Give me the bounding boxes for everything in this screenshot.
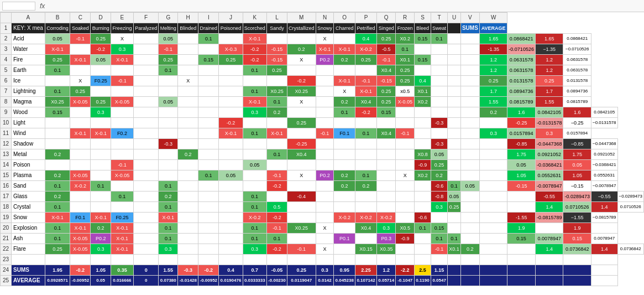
cell-r18-c17[interactable]	[396, 202, 415, 213]
cell-r8-c10[interactable]: X-0.1	[243, 97, 266, 107]
cell-r25-c1[interactable]: 0.0928571	[45, 276, 70, 286]
cell-r12-c11[interactable]	[267, 139, 287, 149]
cell-r16-c6[interactable]: 0.1	[159, 181, 178, 192]
cell-r3-c6[interactable]: -0.1	[159, 44, 178, 55]
cell-r15-c4[interactable]: X-0.05	[111, 170, 133, 181]
cell-r25-c5[interactable]: 0	[133, 276, 159, 286]
cell-r2-c2[interactable]: -0.1	[70, 34, 91, 44]
cell-r5-c8[interactable]	[198, 65, 219, 76]
cell-r2-c22[interactable]: 1.65	[479, 34, 507, 44]
cell-r11-c12[interactable]	[287, 128, 316, 139]
cell-r17-c14[interactable]	[334, 192, 355, 202]
cell-r15-c6[interactable]	[159, 170, 178, 181]
cell-r19-c17[interactable]	[396, 213, 415, 223]
cell-r16-c18[interactable]	[415, 181, 431, 192]
cell-r4-c10[interactable]: -0.2	[243, 55, 266, 65]
cell-r17-c2[interactable]	[70, 192, 91, 202]
cell-r22-c22[interactable]	[479, 244, 507, 255]
cell-r4-c6[interactable]: 0.25	[159, 55, 178, 65]
cell-r25-c16[interactable]: 0.05714	[377, 276, 396, 286]
cell-r17-c21[interactable]	[460, 192, 479, 202]
cell-r21-c18[interactable]	[415, 234, 431, 244]
cell-r17-c5[interactable]	[133, 192, 159, 202]
cell-r9-c12[interactable]	[287, 107, 316, 118]
cell-r4-c3[interactable]: 0.05	[91, 55, 111, 65]
cell-r14-c15[interactable]	[355, 160, 377, 170]
cell-r12-c22[interactable]	[479, 139, 507, 149]
cell-r11-c11[interactable]: X-0.1	[267, 128, 287, 139]
cell-r3-c8[interactable]	[198, 44, 219, 55]
cell-r3-c14[interactable]: X-0.1	[334, 44, 355, 55]
cell-r6-c19[interactable]	[431, 76, 447, 86]
cell-r21-c12[interactable]	[287, 234, 316, 244]
cell-r5-c17[interactable]: 0.25	[396, 65, 415, 76]
cell-r22-c9[interactable]	[219, 244, 243, 255]
cell-r22-c8[interactable]	[198, 244, 219, 255]
cell-r10-c10[interactable]	[243, 118, 266, 128]
cell-r2-c20[interactable]	[448, 34, 461, 44]
cell-r17-c22[interactable]	[479, 192, 507, 202]
cell-r21-c11[interactable]: 0.1	[267, 234, 287, 244]
cell-r22-c18[interactable]	[415, 244, 431, 255]
cell-r4-c22[interactable]: 1.2	[479, 55, 507, 65]
cell-r21-c23[interactable]: 0.15	[507, 234, 536, 244]
cell-r14-c9[interactable]	[219, 160, 243, 170]
cell-r10-c4[interactable]	[111, 118, 133, 128]
cell-r5-c4[interactable]	[111, 65, 133, 76]
cell-r17-c1[interactable]: 0.2	[45, 192, 70, 202]
cell-r14-c4[interactable]: -0.1	[111, 160, 133, 170]
cell-r24-c12[interactable]: 0.25	[287, 265, 316, 276]
cell-r16-c22[interactable]	[479, 181, 507, 192]
cell-r4-c5[interactable]	[133, 55, 159, 65]
cell-r9-c23[interactable]: 1.6	[507, 107, 536, 118]
cell-r2-c23[interactable]: 0.0868421	[507, 34, 536, 44]
cell-r9-c15[interactable]: -0.2	[355, 107, 377, 118]
cell-r15-c21[interactable]	[460, 170, 479, 181]
cell-r19-c5[interactable]	[133, 213, 159, 223]
cell-r21-c16[interactable]: P0.3	[377, 234, 396, 244]
cell-r8-c22[interactable]: 1.55	[479, 97, 507, 107]
cell-r25-c13[interactable]: 0.0142	[316, 276, 334, 286]
cell-r13-c19[interactable]: 0.05	[431, 149, 447, 160]
cell-r4-c17[interactable]: X0.1	[396, 55, 415, 65]
cell-r6-c6[interactable]	[159, 76, 178, 86]
cell-r17-c19[interactable]: -0.8	[431, 192, 447, 202]
cell-r16-c7[interactable]	[178, 181, 198, 192]
cell-r14-c14[interactable]	[334, 160, 355, 170]
cell-r21-c1[interactable]: 0.1	[45, 234, 70, 244]
cell-r2-c11[interactable]	[267, 34, 287, 44]
cell-r16-c16[interactable]	[377, 181, 396, 192]
cell-r23-c13[interactable]	[316, 255, 334, 265]
cell-r19-c15[interactable]: X-0.2	[355, 213, 377, 223]
cell-r2-c1[interactable]: 0.05	[45, 34, 70, 44]
cell-r18-c7[interactable]	[178, 202, 198, 213]
cell-r25-c14[interactable]: 0.045238	[334, 276, 355, 286]
cell-r24-c4[interactable]: 0.35	[111, 265, 133, 276]
cell-r12-c8[interactable]	[198, 139, 219, 149]
cell-r24-c6[interactable]: 1.55	[159, 265, 178, 276]
cell-r8-c9[interactable]	[219, 97, 243, 107]
cell-r25-c4[interactable]: 0.016666	[111, 276, 133, 286]
cell-r22-c25[interactable]: 0.0736842	[563, 244, 591, 255]
cell-r25-c11[interactable]: -0.00230	[267, 276, 287, 286]
cell-r17-c10[interactable]: 0.1	[243, 192, 266, 202]
cell-r3-c15[interactable]: X-0.2	[355, 44, 377, 55]
cell-r25-c17[interactable]: -0.1047	[396, 276, 415, 286]
cell-r16-c1[interactable]: 0.1	[45, 181, 70, 192]
cell-r11-c9[interactable]: X-0.1	[219, 128, 243, 139]
cell-r7-c14[interactable]: X	[334, 86, 355, 97]
cell-r5-c19[interactable]	[431, 65, 447, 76]
cell-r9-c2[interactable]	[70, 107, 91, 118]
cell-r16-c4[interactable]	[111, 181, 133, 192]
cell-r3-c2[interactable]	[70, 44, 91, 55]
cell-r3-c13[interactable]: X-0.1	[316, 44, 334, 55]
cell-r14-c23[interactable]: 0.05	[507, 160, 536, 170]
cell-r17-c18[interactable]	[415, 192, 431, 202]
cell-r25-c15[interactable]: 0.107142	[355, 276, 377, 286]
cell-r20-c9[interactable]	[219, 223, 243, 234]
cell-r13-c24[interactable]: 0.0921052	[535, 149, 563, 160]
cell-r15-c2[interactable]: X-0.05	[70, 170, 91, 181]
name-box[interactable]	[2, 2, 35, 11]
cell-r23-c5[interactable]	[133, 255, 159, 265]
cell-r2-c12[interactable]	[287, 34, 316, 44]
